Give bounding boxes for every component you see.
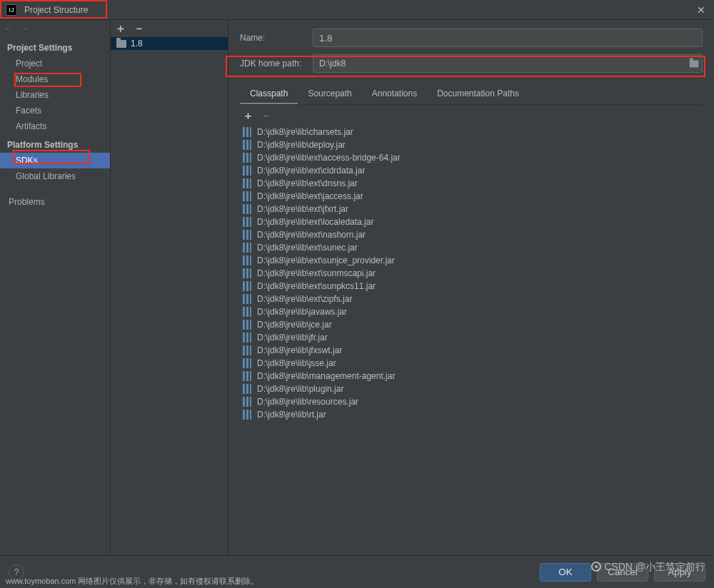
classpath-entry[interactable]: D:\jdk8\jre\lib\management-agent.jar	[240, 370, 703, 382]
classpath-entry[interactable]: D:\jdk8\jre\lib\ext\localedata.jar	[240, 216, 703, 228]
classpath-entry[interactable]: D:\jdk8\jre\lib\jsse.jar	[240, 357, 703, 370]
jdk-home-input[interactable]	[313, 55, 686, 72]
classpath-entry-path: D:\jdk8\jre\lib\ext\localedata.jar	[257, 217, 373, 227]
classpath-entry-path: D:\jdk8\jre\lib\jsse.jar	[257, 358, 336, 368]
forward-icon[interactable]: →	[20, 24, 29, 34]
nav-libraries[interactable]: Libraries	[0, 87, 110, 103]
name-input[interactable]	[313, 29, 703, 47]
jar-icon	[243, 153, 251, 163]
jar-icon	[243, 345, 251, 355]
footer: ? OK Cancel Apply	[0, 555, 714, 588]
nav-facets[interactable]: Facets	[0, 103, 110, 118]
nav-history: ← →	[0, 20, 110, 37]
classpath-entry-path: D:\jdk8\jre\lib\ext\sunec.jar	[257, 243, 358, 253]
classpath-entry[interactable]: D:\jdk8\jre\lib\resources.jar	[240, 395, 703, 408]
category-platform-settings: Platform Settings	[0, 134, 110, 153]
classpath-entry-path: D:\jdk8\jre\lib\management-agent.jar	[257, 371, 395, 381]
folder-icon	[116, 40, 126, 48]
apply-button[interactable]: Apply	[654, 563, 705, 582]
tab-classpath[interactable]: Classpath	[240, 84, 298, 104]
close-icon[interactable]: ✕	[694, 4, 708, 16]
classpath-entry[interactable]: D:\jdk8\jre\lib\ext\jaccess.jar	[240, 190, 703, 203]
classpath-entry[interactable]: D:\jdk8\jre\lib\ext\sunpkcs11.jar	[240, 280, 703, 293]
classpath-entry-path: D:\jdk8\jre\lib\jfxswt.jar	[257, 345, 342, 355]
classpath-entry-path: D:\jdk8\jre\lib\ext\dnsns.jar	[257, 178, 358, 188]
jar-icon	[243, 255, 251, 265]
titlebar: IJ Project Structure ✕	[0, 0, 714, 20]
classpath-entry[interactable]: D:\jdk8\jre\lib\ext\cldrdata.jar	[240, 164, 703, 177]
classpath-entry[interactable]: D:\jdk8\jre\lib\ext\sunec.jar	[240, 241, 703, 254]
jar-icon	[243, 371, 251, 381]
nav-global-libraries[interactable]: Global Libraries	[0, 168, 110, 184]
classpath-entry[interactable]: D:\jdk8\jre\lib\plugin.jar	[240, 382, 703, 395]
classpath-entry[interactable]: D:\jdk8\jre\lib\deploy.jar	[240, 138, 703, 151]
jar-icon	[243, 268, 251, 278]
back-icon[interactable]: ←	[4, 24, 13, 34]
jar-icon	[243, 140, 251, 150]
classpath-entry[interactable]: D:\jdk8\jre\lib\jfxswt.jar	[240, 344, 703, 357]
classpath-entry-path: D:\jdk8\jre\lib\plugin.jar	[257, 384, 343, 394]
sdk-list-panel: ＋ － 1.8	[111, 20, 228, 555]
sidebar: ← → Project Settings Project Modules Lib…	[0, 20, 111, 555]
cancel-button[interactable]: Cancel	[597, 563, 648, 582]
classpath-entry-path: D:\jdk8\jre\lib\charsets.jar	[257, 127, 353, 137]
classpath-entry[interactable]: D:\jdk8\jre\lib\ext\sunjce_provider.jar	[240, 254, 703, 267]
classpath-entry[interactable]: D:\jdk8\jre\lib\ext\jfxrt.jar	[240, 203, 703, 216]
browse-folder-icon[interactable]	[686, 60, 702, 68]
nav-sdks[interactable]: SDKs	[0, 153, 110, 168]
jar-icon	[243, 320, 251, 330]
jar-icon	[243, 243, 251, 253]
help-button[interactable]: ?	[9, 564, 24, 580]
classpath-entry-path: D:\jdk8\jre\lib\resources.jar	[257, 397, 358, 407]
app-icon: IJ	[6, 4, 17, 16]
classpath-entry[interactable]: D:\jdk8\jre\lib\jfr.jar	[240, 331, 703, 344]
sdk-item-label: 1.8	[131, 39, 143, 49]
classpath-entry[interactable]: D:\jdk8\jre\lib\jce.jar	[240, 318, 703, 331]
classpath-entry-path: D:\jdk8\jre\lib\ext\sunjce_provider.jar	[257, 255, 395, 265]
ok-button[interactable]: OK	[540, 563, 591, 582]
classpath-entry[interactable]: D:\jdk8\jre\lib\javaws.jar	[240, 305, 703, 318]
classpath-entry[interactable]: D:\jdk8\jre\lib\ext\nashorn.jar	[240, 228, 703, 241]
jar-icon	[243, 178, 251, 188]
jar-icon	[243, 397, 251, 407]
jar-icon	[243, 333, 251, 343]
remove-classpath-button[interactable]: －	[261, 109, 271, 123]
jar-icon	[243, 166, 251, 176]
name-label: Name:	[240, 33, 306, 43]
classpath-entry-path: D:\jdk8\jre\lib\ext\nashorn.jar	[257, 230, 366, 240]
classpath-list[interactable]: D:\jdk8\jre\lib\charsets.jarD:\jdk8\jre\…	[240, 126, 703, 555]
classpath-entry-path: D:\jdk8\jre\lib\rt.jar	[257, 410, 326, 420]
jar-icon	[243, 358, 251, 368]
classpath-entry-path: D:\jdk8\jre\lib\ext\zipfs.jar	[257, 294, 352, 304]
nav-problems[interactable]: Problems	[0, 194, 110, 210]
jar-icon	[243, 281, 251, 291]
add-sdk-button[interactable]: ＋	[115, 21, 126, 36]
classpath-entry[interactable]: D:\jdk8\jre\lib\ext\dnsns.jar	[240, 177, 703, 190]
classpath-entry-path: D:\jdk8\jre\lib\ext\jfxrt.jar	[257, 204, 348, 214]
classpath-entry-path: D:\jdk8\jre\lib\ext\sunpkcs11.jar	[257, 281, 376, 291]
nav-modules[interactable]: Modules	[0, 71, 110, 87]
sdk-item[interactable]: 1.8	[111, 37, 228, 50]
classpath-entry[interactable]: D:\jdk8\jre\lib\charsets.jar	[240, 126, 703, 138]
classpath-entry[interactable]: D:\jdk8\jre\lib\ext\access-bridge-64.jar	[240, 151, 703, 164]
tabs: Classpath Sourcepath Annotations Documen…	[240, 84, 703, 105]
classpath-entry-path: D:\jdk8\jre\lib\ext\sunmscapi.jar	[257, 268, 376, 278]
window-title: Project Structure	[24, 5, 694, 15]
tab-annotations[interactable]: Annotations	[362, 84, 427, 104]
classpath-entry-path: D:\jdk8\jre\lib\ext\jaccess.jar	[257, 191, 363, 201]
jar-icon	[243, 294, 251, 304]
classpath-entry[interactable]: D:\jdk8\jre\lib\ext\zipfs.jar	[240, 293, 703, 305]
add-classpath-button[interactable]: ＋	[243, 109, 253, 123]
remove-sdk-button[interactable]: －	[134, 21, 145, 36]
jar-icon	[243, 410, 251, 420]
tab-sourcepath[interactable]: Sourcepath	[298, 84, 361, 104]
jar-icon	[243, 191, 251, 201]
classpath-entry-path: D:\jdk8\jre\lib\deploy.jar	[257, 140, 346, 150]
classpath-entry[interactable]: D:\jdk8\jre\lib\rt.jar	[240, 408, 703, 421]
classpath-entry[interactable]: D:\jdk8\jre\lib\ext\sunmscapi.jar	[240, 267, 703, 280]
nav-artifacts[interactable]: Artifacts	[0, 118, 110, 134]
classpath-entry-path: D:\jdk8\jre\lib\ext\access-bridge-64.jar	[257, 153, 401, 163]
tab-documentation-paths[interactable]: Documentation Paths	[427, 84, 529, 104]
nav-project[interactable]: Project	[0, 56, 110, 71]
classpath-entry-path: D:\jdk8\jre\lib\javaws.jar	[257, 307, 347, 317]
